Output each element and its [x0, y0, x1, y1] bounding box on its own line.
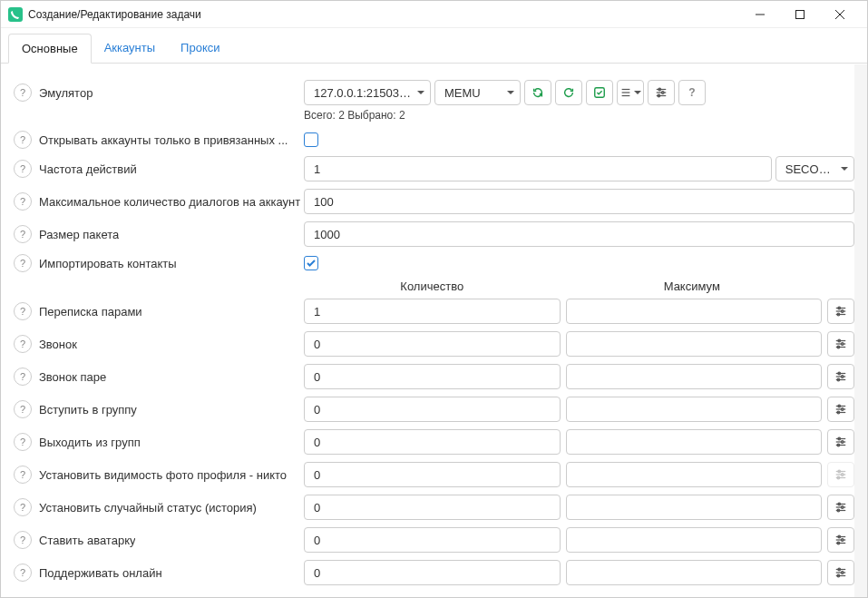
content: ? Эмулятор 127.0.0.1:21503, ... MEMU ? В… [1, 64, 867, 594]
label-open-bound: Открывать аккаунты только в привязанных … [39, 133, 288, 147]
close-button[interactable] [820, 1, 860, 28]
footer: Запустить Планировщик [1, 593, 867, 594]
help-icon[interactable]: ? [14, 400, 32, 418]
label-leave-group: Выходить из групп [39, 436, 141, 449]
pairs-count-input[interactable] [304, 299, 561, 324]
action-headers: Количество Максимум [1, 279, 867, 293]
help-icon[interactable]: ? [14, 466, 32, 484]
titlebar: Создание/Редактирование задачи [1, 1, 867, 28]
label-action-freq: Частота действий [39, 162, 137, 176]
help-icon[interactable]: ? [14, 131, 32, 149]
help-icon[interactable]: ? [14, 160, 32, 178]
leave-count-input[interactable] [304, 429, 561, 455]
header-count: Количество [304, 279, 564, 293]
row-set-avatar: ?Ставить аватарку [1, 527, 867, 553]
max-dialogs-input[interactable] [304, 189, 854, 214]
settings-button[interactable] [648, 80, 675, 105]
online-settings-button[interactable] [827, 560, 854, 585]
row-call-pair: ?Звонок паре [1, 364, 867, 389]
help-icon[interactable]: ? [14, 564, 32, 582]
tab-main[interactable]: Основные [8, 34, 92, 64]
pairs-settings-button[interactable] [827, 299, 854, 324]
avatar-settings-button[interactable] [827, 527, 854, 553]
help-icon[interactable]: ? [14, 254, 32, 272]
action-unit-value: SECONDS [785, 162, 835, 176]
label-packet-size: Размер пакета [39, 228, 119, 241]
emulator-type-select[interactable]: MEMU [434, 80, 521, 105]
help-icon[interactable]: ? [14, 225, 32, 243]
action-unit-select[interactable]: SECONDS [775, 156, 854, 181]
label-call-pair: Звонок паре [39, 370, 106, 384]
chevron-down-icon [841, 167, 848, 171]
avatar-max-input[interactable] [566, 527, 823, 553]
row-action-freq: ? Частота действий SECONDS [1, 156, 867, 181]
maximize-button[interactable] [780, 1, 820, 28]
refresh-button[interactable] [555, 80, 582, 105]
avatar-count-input[interactable] [304, 527, 561, 553]
action-freq-input[interactable] [304, 156, 772, 181]
row-max-dialogs: ? Максимальное количество диалогов на ак… [1, 189, 867, 214]
row-import-contacts: ? Импортировать контакты [1, 254, 867, 272]
help-button[interactable]: ? [678, 80, 706, 105]
tabs: Основные Аккаунты Прокси [1, 28, 867, 64]
emulator-address-value: 127.0.0.1:21503, ... [314, 86, 412, 100]
help-icon[interactable]: ? [14, 433, 32, 451]
chevron-down-icon [634, 91, 641, 94]
call-max-input[interactable] [566, 331, 823, 357]
leave-max-input[interactable] [566, 429, 823, 455]
label-emulator: Эмулятор [39, 86, 93, 100]
join-settings-button[interactable] [827, 397, 854, 422]
status-settings-button[interactable] [827, 495, 854, 520]
emulator-type-value: MEMU [444, 86, 502, 100]
join-max-input[interactable] [566, 397, 823, 422]
label-import-contacts: Импортировать контакты [39, 257, 177, 270]
online-count-input[interactable] [304, 560, 561, 585]
minimize-button[interactable] [740, 1, 780, 28]
row-pairs-chat: ?Переписка парами [1, 299, 867, 324]
refresh-all-button[interactable] [524, 80, 551, 105]
help-icon[interactable]: ? [14, 335, 32, 353]
emulator-address-select[interactable]: 127.0.0.1:21503, ... [304, 80, 431, 105]
help-icon[interactable]: ? [14, 368, 32, 386]
pairs-max-input[interactable] [566, 299, 823, 324]
list-button[interactable] [617, 80, 644, 105]
tab-accounts[interactable]: Аккаунты [92, 34, 168, 63]
row-keep-online: ?Поддерживать онлайн [1, 560, 867, 585]
call-settings-button[interactable] [827, 331, 854, 357]
call-pair-count-input[interactable] [304, 364, 561, 389]
window-controls [740, 1, 860, 28]
help-icon[interactable]: ? [14, 83, 32, 102]
app-icon [8, 7, 23, 22]
import-contacts-checkbox[interactable] [304, 256, 318, 270]
call-count-input[interactable] [304, 331, 561, 357]
help-icon[interactable]: ? [14, 192, 32, 211]
label-set-avatar: Ставить аватарку [39, 534, 135, 547]
row-join-group: ?Вступить в группу [1, 397, 867, 422]
call-pair-max-input[interactable] [566, 364, 823, 389]
help-icon[interactable]: ? [14, 302, 32, 320]
leave-settings-button[interactable] [827, 429, 854, 455]
photo-settings-button[interactable] [827, 462, 854, 487]
status-max-input[interactable] [566, 495, 823, 520]
window-title: Создание/Редактирование задачи [28, 8, 740, 21]
chevron-down-icon [417, 91, 424, 94]
packet-size-input[interactable] [304, 221, 854, 247]
help-icon[interactable]: ? [14, 498, 32, 516]
emulator-summary: Всего: 2 Выбрано: 2 [1, 109, 867, 122]
join-count-input[interactable] [304, 397, 561, 422]
status-count-input[interactable] [304, 495, 561, 520]
online-max-input[interactable] [566, 560, 823, 585]
scrollbar[interactable] [854, 64, 867, 597]
open-bound-checkbox[interactable] [304, 132, 318, 147]
row-set-photo: ?Установить видимость фото профиля - ник… [1, 462, 867, 487]
row-call: ?Звонок [1, 331, 867, 357]
tab-proxy[interactable]: Прокси [168, 34, 232, 63]
label-keep-online: Поддерживать онлайн [39, 566, 162, 580]
photo-max-input[interactable] [566, 462, 823, 487]
call-pair-settings-button[interactable] [827, 364, 854, 389]
row-open-bound: ? Открывать аккаунты только в привязанны… [1, 131, 867, 149]
help-icon[interactable]: ? [14, 531, 32, 549]
photo-count-input[interactable] [304, 462, 561, 487]
check-button[interactable] [586, 80, 613, 105]
label-join-group: Вступить в группу [39, 403, 137, 417]
